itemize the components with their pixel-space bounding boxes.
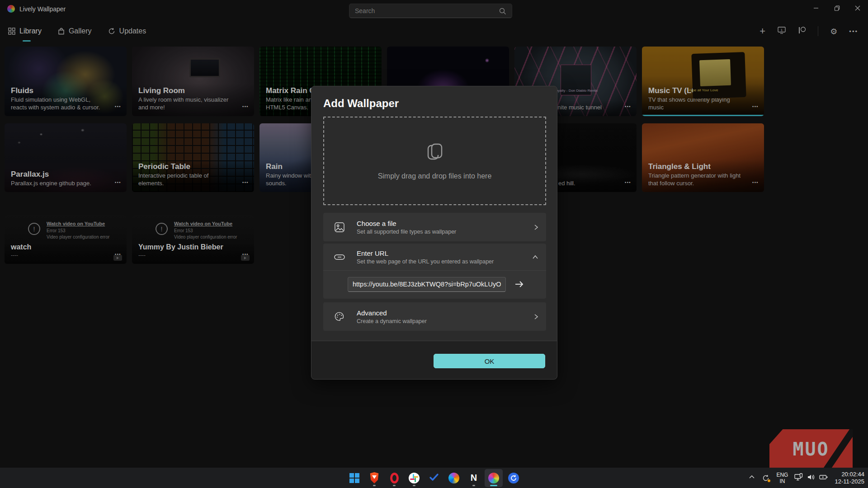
advanced-item[interactable]: Advanced Create a dynamic wallpaper	[323, 302, 546, 331]
url-input[interactable]	[348, 277, 506, 292]
enter-url-item[interactable]: Enter URL Set the web page of the URL yo…	[323, 244, 546, 299]
tray-status-icons[interactable]	[794, 473, 828, 483]
slack-icon	[409, 473, 420, 483]
item-title: Advanced	[357, 309, 427, 317]
system-tray: ENG IN 20:02:44 12-11-2025	[748, 468, 864, 488]
taskbar-lively[interactable]	[485, 469, 503, 487]
start-button[interactable]	[345, 469, 363, 487]
taskbar-copilot[interactable]	[445, 469, 463, 487]
add-wallpaper-dialog: Add Wallpaper Simply drag and drop files…	[311, 86, 557, 380]
cast-display-icon	[794, 473, 803, 483]
url-entry-row	[323, 271, 546, 298]
lively-icon	[488, 473, 499, 483]
tray-chevron-up-icon[interactable]	[748, 474, 755, 482]
item-title: Choose a file	[357, 220, 456, 227]
sync-icon	[508, 473, 519, 483]
drop-zone[interactable]: Simply drag and drop files into here	[323, 117, 546, 205]
notion-icon: N	[471, 473, 477, 483]
palette-icon	[333, 311, 346, 322]
copilot-icon	[448, 473, 459, 483]
item-subtitle: Set the web page of the URL you entered …	[357, 258, 494, 265]
copy-files-icon	[425, 141, 445, 164]
taskbar-opera[interactable]	[385, 469, 403, 487]
dialog-footer: OK	[311, 341, 557, 379]
chevron-right-icon	[533, 224, 539, 231]
tray-date: 12-11-2025	[835, 478, 864, 485]
item-subtitle: Create a dynamic wallpaper	[357, 318, 427, 324]
muo-watermark: MUO	[769, 429, 853, 469]
volume-icon	[807, 474, 815, 483]
dialog-title: Add Wallpaper	[323, 97, 399, 110]
windows-logo-icon	[349, 473, 359, 483]
update-badge-dot	[767, 479, 771, 483]
taskbar-brave[interactable]	[365, 469, 383, 487]
todo-check-icon	[429, 472, 439, 484]
taskbar-sync[interactable]	[505, 469, 523, 487]
link-icon	[333, 252, 346, 263]
image-file-icon	[333, 222, 346, 233]
submit-url-button[interactable]	[514, 280, 525, 289]
arrow-right-icon	[514, 280, 525, 289]
taskbar: N ENG IN	[0, 468, 868, 488]
opera-icon	[390, 473, 399, 483]
lively-wallpaper-window: Lively Wallpaper Library	[0, 0, 868, 488]
chevron-up-icon	[532, 254, 539, 260]
taskbar-notion[interactable]: N	[465, 469, 483, 487]
choose-file-item[interactable]: Choose a file Set all supported file typ…	[323, 213, 546, 241]
drop-zone-text: Simply drag and drop files into here	[378, 172, 492, 180]
chevron-right-icon	[533, 313, 539, 320]
taskbar-slack[interactable]	[405, 469, 423, 487]
taskbar-todo[interactable]	[425, 469, 443, 487]
language-indicator[interactable]: ENG IN	[776, 472, 788, 484]
muo-watermark-text: MUO	[793, 439, 829, 460]
taskbar-app-icons: N	[345, 468, 523, 488]
tray-time: 20:02:44	[835, 471, 864, 478]
clock-datetime[interactable]: 20:02:44 12-11-2025	[835, 471, 864, 485]
item-title: Enter URL	[357, 249, 494, 257]
ok-button[interactable]: OK	[434, 354, 545, 368]
item-subtitle: Set all supported file types as wallpape…	[357, 229, 456, 235]
brave-icon	[369, 472, 379, 483]
tray-update-icon[interactable]	[762, 474, 770, 482]
battery-icon	[819, 474, 828, 483]
